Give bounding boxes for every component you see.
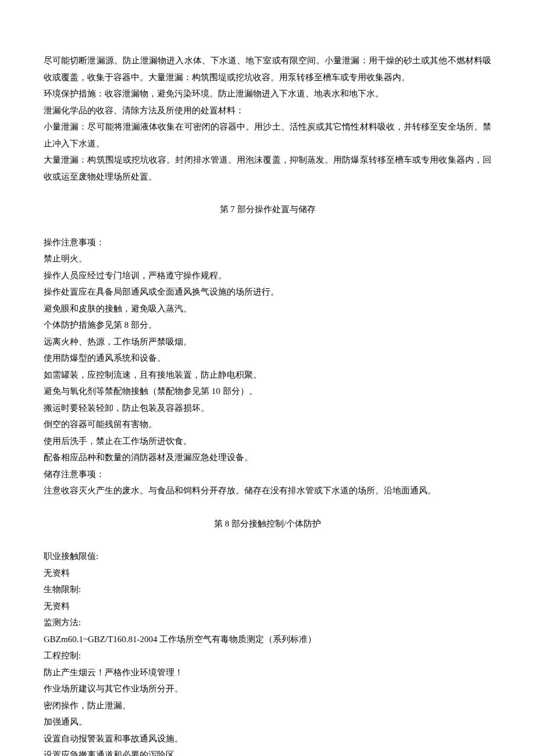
section-7-line: 操作注意事项： <box>44 234 491 251</box>
section-7-line: 使用防爆型的通风系统和设备。 <box>44 350 491 367</box>
section-7-line: 搬运时要轻装轻卸，防止包装及容器损坏。 <box>44 400 491 417</box>
section-7-line: 禁止明火。 <box>44 250 491 267</box>
section-8-line: GBZm60.1~GBZ/T160.81-2004 工作场所空气有毒物质测定（系… <box>44 631 491 648</box>
section-7-line: 注意收容灭火产生的废水。与食品和饲料分开存放。储存在没有排水管或下水道的场所。沿… <box>44 482 491 499</box>
section-7-line: 倒空的容器可能残留有害物。 <box>44 416 491 433</box>
section-8-line: 设置自动报警装置和事故通风设施。 <box>44 730 491 747</box>
section-8-title: 第 8 部分接触控制/个体防护 <box>44 515 491 532</box>
section-8-line: 无资料 <box>44 565 491 582</box>
section-8-line: 职业接触限值: <box>44 548 491 565</box>
section-8-line: 监测方法: <box>44 614 491 631</box>
section-7-line: 避免眼和皮肤的接触，避免吸入蒸汽。 <box>44 300 491 317</box>
section-7-line: 远离火种、热源，工作场所严禁吸烟。 <box>44 334 491 350</box>
section-7-line: 如需罐装，应控制流速，且有接地装置，防止静电积聚。 <box>44 367 491 384</box>
section-7-title: 第 7 部分操作处置与储存 <box>44 201 491 218</box>
section-8-line: 无资料 <box>44 598 491 615</box>
disposal-methods-heading: 泄漏化学品的收容、清除方法及所使用的处置材料： <box>44 102 491 119</box>
section-7-line: 配备相应品种和数量的消防器材及泄漏应急处理设备。 <box>44 449 491 466</box>
large-leak-paragraph: 大量泄漏：构筑围堤或挖坑收容。封闭排水管道。用泡沫覆盖，抑制蒸发。用防爆泵转移至… <box>44 152 491 185</box>
leak-source-paragraph: 尽可能切断泄漏源。防止泄漏物进入水体、下水道、地下室或有限空间。小量泄漏：用干燥… <box>44 52 491 85</box>
section-8-line: 工程控制: <box>44 647 491 664</box>
section-7-line: 个体防护措施参见第 8 部分。 <box>44 317 491 334</box>
section-7-line: 储存注意事项： <box>44 466 491 483</box>
section-7-line: 使用后洗手，禁止在工作场所进饮食。 <box>44 433 491 450</box>
section-7-line: 操作处置应在具备局部通风或全面通风换气设施的场所进行。 <box>44 284 491 300</box>
section-8-line: 作业场所建议与其它作业场所分开。 <box>44 680 491 697</box>
section-7-line: 操作人员应经过专门培训，严格遵守操作规程。 <box>44 267 491 284</box>
small-leak-paragraph: 小量泄漏：尽可能将泄漏液体收集在可密闭的容器中。用沙土、活性炭或其它惰性材料吸收… <box>44 119 491 152</box>
section-8-line: 加强通风。 <box>44 714 491 730</box>
section-8-line: 生物限制: <box>44 581 491 598</box>
section-8-line: 设置应急撤离通道和必要的泻险区。 <box>44 747 491 756</box>
env-protection-paragraph: 环境保护措施：收容泄漏物，避免污染环境。防止泄漏物进入下水道、地表水和地下水。 <box>44 85 491 102</box>
section-8-line: 密闭操作，防止泄漏。 <box>44 697 491 714</box>
section-7-line: 避免与氧化剂等禁配物接触（禁配物参见第 10 部分）。 <box>44 383 491 400</box>
section-8-line: 防止产生烟云！严格作业环境管理！ <box>44 664 491 681</box>
